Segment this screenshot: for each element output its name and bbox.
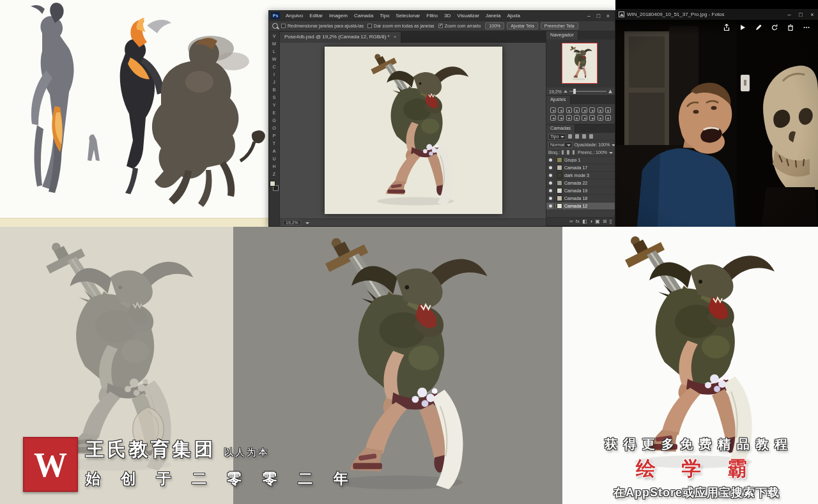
tab-layers[interactable]: Camadas <box>546 125 575 133</box>
menu-item[interactable]: Selecionar <box>392 13 423 19</box>
move-tool[interactable]: V <box>270 33 279 40</box>
options-checkbox[interactable]: Dar zoom em todas as janelas <box>367 24 435 28</box>
lock-transparency-icon[interactable] <box>562 150 564 155</box>
visibility-toggle[interactable] <box>546 164 555 171</box>
blend-mode-select[interactable]: Normal <box>548 142 573 148</box>
clone-stamp-tool[interactable]: S <box>270 94 279 102</box>
maximize-button[interactable]: □ <box>594 11 603 20</box>
lasso-tool[interactable]: L <box>270 48 279 56</box>
menu-item[interactable]: Tipo <box>376 13 392 19</box>
layer-thumbnail[interactable] <box>557 165 562 171</box>
history-brush-tool[interactable]: Y <box>270 102 279 109</box>
brightness-contrast-icon[interactable] <box>550 107 556 113</box>
options-checkbox[interactable]: Redimensionar janelas para ajustá-las <box>281 24 364 28</box>
crop-tool[interactable]: C <box>270 63 279 71</box>
filter-type-icon[interactable] <box>582 134 586 139</box>
lock-position-icon[interactable] <box>567 150 569 155</box>
eraser-tool[interactable]: E <box>270 109 279 117</box>
levels-icon[interactable] <box>558 107 564 113</box>
channel-mixer-icon[interactable] <box>558 115 564 121</box>
eyedropper-tool[interactable]: I <box>270 71 279 79</box>
layer-thumbnail[interactable] <box>557 172 562 178</box>
curves-icon[interactable] <box>566 107 572 113</box>
gradient-map-icon[interactable] <box>605 115 611 121</box>
close-button[interactable]: × <box>806 10 818 19</box>
menu-item[interactable]: Ajuda <box>504 13 523 19</box>
threshold-icon[interactable] <box>589 115 595 121</box>
photo-filter-icon[interactable] <box>550 115 556 121</box>
minimize-button[interactable]: – <box>783 10 795 19</box>
hand-tool[interactable]: H <box>270 163 279 171</box>
delete-layer-icon[interactable]: ▯ <box>610 218 612 225</box>
hue-saturation-icon[interactable] <box>589 107 595 113</box>
tab-close-icon[interactable]: × <box>394 34 397 40</box>
selective-color-icon[interactable] <box>598 115 603 121</box>
new-group-icon[interactable]: ▣ <box>595 218 600 225</box>
slider-thumb[interactable] <box>573 89 576 94</box>
healing-brush-tool[interactable]: J <box>270 79 279 86</box>
visibility-toggle[interactable] <box>546 157 555 164</box>
maximize-button[interactable]: □ <box>795 10 806 19</box>
share-icon[interactable] <box>723 24 730 31</box>
menu-item[interactable]: Filtro <box>423 13 441 19</box>
delete-icon[interactable] <box>787 24 794 31</box>
layer-thumbnail[interactable] <box>557 157 562 163</box>
navigator-zoom-value[interactable]: 19,2% <box>549 89 562 94</box>
layer-row[interactable]: Camada 12 <box>546 202 615 210</box>
menu-item[interactable]: Janela <box>482 13 504 19</box>
fill-control[interactable]: Preenc.: 100% <box>578 150 613 155</box>
quick-selection-tool[interactable]: W <box>270 56 279 63</box>
filter-adjustment-icon[interactable] <box>575 134 579 139</box>
menu-item[interactable]: 3D <box>441 13 454 19</box>
menu-item[interactable]: Editar <box>306 13 326 19</box>
visibility-toggle[interactable] <box>546 179 555 187</box>
close-button[interactable]: × <box>603 11 613 20</box>
document-tab[interactable]: Pose4db.psd @ 19,2% (Camada 12, RGB/8) *… <box>280 32 401 43</box>
lock-all-icon[interactable] <box>573 150 575 155</box>
opacity-control[interactable]: Opacidade: 100% <box>575 142 615 147</box>
edit-icon[interactable] <box>755 24 762 31</box>
minimize-button[interactable]: – <box>584 11 594 20</box>
visibility-toggle[interactable] <box>546 195 555 202</box>
status-caret-icon[interactable] <box>305 222 309 226</box>
shape-tool[interactable]: U <box>270 155 279 163</box>
zoom-out-icon[interactable] <box>564 90 567 93</box>
exposure-icon[interactable] <box>574 107 580 113</box>
color-lookup-icon[interactable] <box>566 115 572 121</box>
layer-row[interactable]: dark mode 3 <box>546 172 615 179</box>
menu-item[interactable]: Imagem <box>326 13 351 19</box>
zoom-level[interactable]: 19,2% <box>283 220 301 225</box>
zoom-in-icon[interactable] <box>608 89 612 93</box>
black-and-white-icon[interactable] <box>605 107 611 113</box>
layer-thumbnail[interactable] <box>557 195 562 201</box>
layer-row[interactable]: Camada 22 <box>546 179 615 187</box>
adjustment-layer-icon[interactable]: ◑ <box>589 218 592 225</box>
visibility-toggle[interactable] <box>546 202 555 210</box>
layer-row[interactable]: Grupo 1 <box>546 157 615 164</box>
options-button[interactable]: Ajustar Tela <box>507 22 537 29</box>
layer-row[interactable]: Camada 17 <box>546 164 615 172</box>
layer-row[interactable]: Camada 19 <box>546 187 615 195</box>
layer-thumbnail[interactable] <box>557 180 562 186</box>
slideshow-icon[interactable] <box>739 24 746 31</box>
layer-thumbnail[interactable] <box>557 203 562 209</box>
dodge-tool[interactable]: O <box>270 125 279 132</box>
options-button[interactable]: 100% <box>485 22 504 29</box>
navigator-zoom-slider[interactable] <box>569 91 606 92</box>
menu-item[interactable]: Camada <box>351 13 376 19</box>
checkbox-box[interactable] <box>438 24 443 28</box>
foreground-color-swatch[interactable] <box>270 181 275 187</box>
checkbox-box[interactable] <box>367 24 372 28</box>
layer-filter-select[interactable]: Tipo <box>548 134 566 140</box>
layer-style-icon[interactable]: fx <box>576 218 580 225</box>
photoshop-app-icon[interactable]: Ps <box>271 12 280 19</box>
brush-tool[interactable]: B <box>270 86 279 94</box>
checkbox-box[interactable] <box>281 24 286 28</box>
menu-item[interactable]: Visualizar <box>454 13 482 19</box>
posterize-icon[interactable] <box>582 115 587 121</box>
layer-mask-icon[interactable]: ◧ <box>582 218 587 225</box>
options-checkbox[interactable]: Zoom com arrasto <box>438 24 481 28</box>
new-layer-icon[interactable]: ⊞ <box>603 218 607 225</box>
tab-adjustments[interactable]: Ajustes <box>546 96 571 104</box>
pen-tool[interactable]: P <box>270 132 279 140</box>
